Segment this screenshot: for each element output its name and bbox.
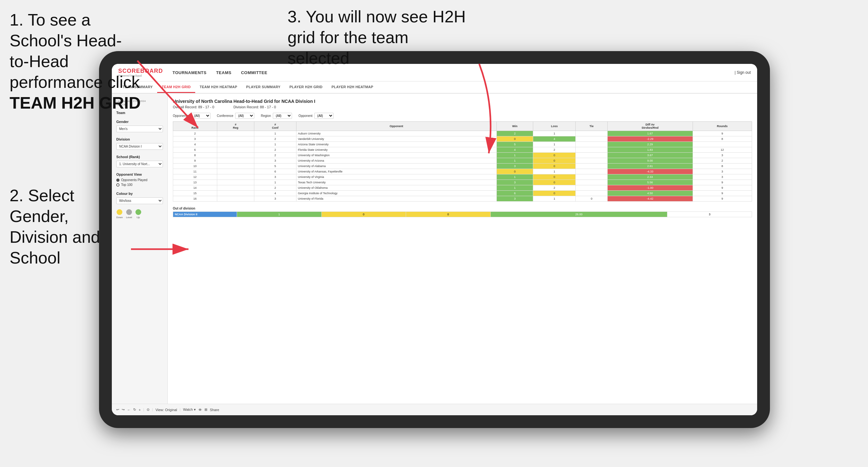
gender-select[interactable]: Men's <box>116 126 163 132</box>
region-filter-select[interactable]: (All) <box>273 113 292 119</box>
cell-diff: -2.29 <box>607 136 692 142</box>
grid-records: Overall Record: 89 - 17 - 0 Division Rec… <box>173 105 752 109</box>
tablet-screen: SCOREBOARD Powered by clippd TOURNAMENTS… <box>112 64 757 415</box>
tab-team-h2h-heatmap[interactable]: TEAM H2H HEATMAP <box>195 82 242 93</box>
cell-win: 3 <box>496 196 533 201</box>
division-select[interactable]: NCAA Division I <box>116 143 163 150</box>
cell-rounds: 2 <box>692 158 752 163</box>
cell-tie <box>576 147 607 153</box>
bottom-toolbar: ↩ ↪ ← ↻ + | ⊙ | View: Original | Watch ▾… <box>112 404 757 415</box>
annotation-2: 2. Select Gender, Division and School <box>9 185 131 268</box>
cell-conf: 2 <box>254 185 296 191</box>
cell-opponent: Auburn University <box>296 131 496 136</box>
cell-rank: 6 <box>173 147 217 153</box>
cell-win: 4 <box>496 147 533 153</box>
col-rank: #Rank <box>173 122 217 131</box>
cell-tie <box>576 142 607 147</box>
cell-conf: 2 <box>254 153 296 158</box>
cell-rank: 10 <box>173 163 217 169</box>
out-table: NCAA Division II 1 0 0 26.00 3 <box>173 212 752 217</box>
table-row: 10 5 University of Alabama 3 0 2.61 8 <box>173 163 752 169</box>
radio-opponents-played[interactable]: Opponents Played <box>116 178 163 182</box>
cell-tie <box>576 163 607 169</box>
sign-out[interactable]: | Sign out <box>735 70 751 75</box>
redo-btn[interactable]: ↪ <box>122 408 125 412</box>
tab-team-h2h-grid[interactable]: TEAM H2H GRID <box>157 82 195 93</box>
radio-dot-1 <box>116 179 120 182</box>
cell-rounds: 9 <box>692 131 752 136</box>
cell-tie <box>576 131 607 136</box>
col-loss: Loss <box>533 122 576 131</box>
annotation-3: 3. You will now see H2H grid for the tea… <box>287 6 466 69</box>
sep2: | <box>152 408 153 411</box>
school-select[interactable]: 1. University of Nort... <box>116 161 163 167</box>
view-btn[interactable]: View: Original <box>156 408 177 412</box>
refresh-btn[interactable]: ↻ <box>133 408 136 412</box>
conference-filter-select[interactable]: (All) <box>235 113 254 119</box>
opponent-view-label: Opponent View <box>116 173 163 176</box>
eye-btn[interactable]: 👁 <box>198 408 202 412</box>
tab-player-h2h-grid[interactable]: PLAYER H2H GRID <box>285 82 327 93</box>
cell-win: 1 <box>496 153 533 158</box>
opponent-filter-select[interactable]: (All) <box>314 113 334 119</box>
division-record: Division Record: 88 - 17 - 0 <box>234 105 276 109</box>
cell-win: 3 <box>496 163 533 169</box>
col-win: Win <box>496 122 533 131</box>
overall-record: Overall Record: 89 - 17 - 0 <box>173 105 214 109</box>
tab-player-summary[interactable]: PLAYER SUMMARY <box>242 82 285 93</box>
filter-opponent: Opponent (All) <box>299 113 334 119</box>
cell-opponent: Arizona State University <box>296 142 496 147</box>
sidebar-school-section: School (Rank) 1. University of Nort... <box>116 155 163 167</box>
cell-rounds: 9 <box>692 180 752 185</box>
cell-tie <box>576 175 607 180</box>
share-btn[interactable]: Share <box>210 408 219 412</box>
cell-opponent: University of Alabama <box>296 163 496 169</box>
undo-btn[interactable]: ↩ <box>116 408 119 412</box>
table-row: 9 3 University of Arizona 1 0 9.00 2 <box>173 158 752 163</box>
cell-tie <box>576 185 607 191</box>
nav-teams[interactable]: TEAMS <box>216 70 231 75</box>
cell-reg <box>217 163 254 169</box>
table-row: 4 1 Arizona State University 5 1 2.29 <box>173 142 752 147</box>
out-rounds: 3 <box>668 212 752 217</box>
nav-committee[interactable]: COMMITTEE <box>241 70 268 75</box>
cell-rounds: 9 <box>692 185 752 191</box>
back-btn[interactable]: ← <box>127 408 131 412</box>
cell-win: 1 <box>496 185 533 191</box>
col-rounds: Rounds <box>692 122 752 131</box>
grid-btn[interactable]: ⊞ <box>205 408 207 412</box>
cell-loss: 0 <box>533 163 576 169</box>
tab-player-h2h-heatmap[interactable]: PLAYER H2H HEATMAP <box>327 82 378 93</box>
cell-tie <box>576 136 607 142</box>
cell-reg <box>217 153 254 158</box>
cell-loss: 1 <box>533 169 576 175</box>
cell-tie <box>576 153 607 158</box>
cell-conf: 1 <box>254 131 296 136</box>
out-diff: 26.00 <box>490 212 668 217</box>
table-row: 6 2 Florida State University 4 2 1.83 12 <box>173 147 752 153</box>
plus-btn[interactable]: + <box>138 408 141 412</box>
cell-diff: 9.00 <box>607 158 692 163</box>
cell-win: 0 <box>496 136 533 142</box>
cell-loss: 4 <box>533 136 576 142</box>
cell-conf: 5 <box>254 163 296 169</box>
opponents-filter-select[interactable]: (All) <box>191 113 211 119</box>
cell-diff: 1.67 <box>607 131 692 136</box>
cell-reg <box>217 136 254 142</box>
grid-area: University of North Carolina Head-to-Hea… <box>168 94 757 404</box>
clock-btn[interactable]: ⊙ <box>147 408 150 412</box>
col-diff: Diff AvStrokes/Rnd <box>607 122 692 131</box>
cell-tie <box>576 180 607 185</box>
filters-row: Opponents: (All) Conference (All) Region <box>173 113 752 119</box>
cell-conf: 4 <box>254 191 296 196</box>
cell-rounds: 3 <box>692 153 752 158</box>
cell-win: 0 <box>496 169 533 175</box>
cell-conf: 2 <box>254 147 296 153</box>
cell-opponent: University of Virginia <box>296 175 496 180</box>
watch-btn[interactable]: Watch ▾ <box>183 408 196 412</box>
nav-tournaments[interactable]: TOURNAMENTS <box>173 70 206 75</box>
cell-rounds: 3 <box>692 175 752 180</box>
ann1-bold: TEAM H2H GRID <box>9 94 141 112</box>
cell-rank: 4 <box>173 142 217 147</box>
cell-rounds: 12 <box>692 147 752 153</box>
